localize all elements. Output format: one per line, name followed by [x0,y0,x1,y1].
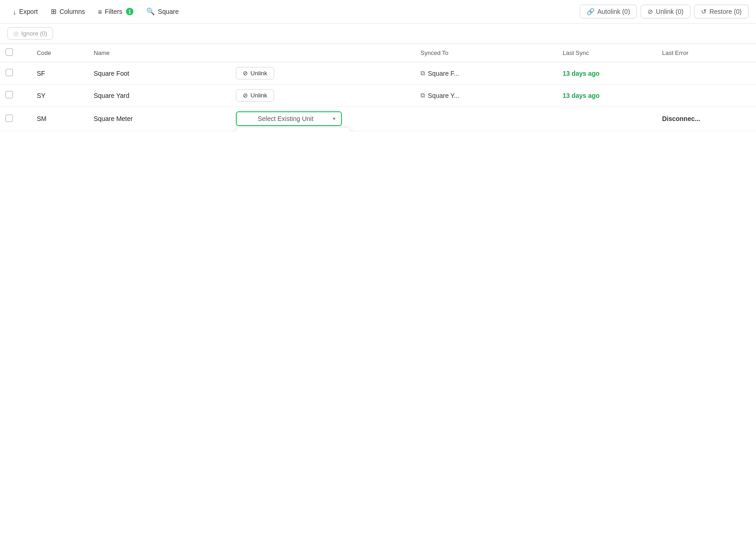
table-row: SF Square Foot ⊘ Unlink ⧉ Square F... [0,62,756,85]
row-checkbox[interactable] [6,91,13,98]
ignore-label: Ignore (0) [21,30,47,37]
autolink-icon: 🔗 [587,8,594,15]
header-code: Code [31,44,88,62]
filters-button[interactable]: ≡ Filters 1 [92,5,139,18]
row-name: Square Meter [88,107,230,131]
toolbar-right: 🔗 Autolink (0) ⊘ Unlink (0) ↺ Restore (0… [580,5,749,18]
row-checkbox-cell [0,107,31,131]
unlink-row-icon: ⊘ [243,70,248,77]
row-code: SY [31,85,88,107]
row-action: ⊘ Unlink [230,85,415,107]
autolink-label: Autolink (0) [597,8,630,15]
row-synced-to [415,107,557,131]
export-label: Export [19,8,38,15]
main-table: Code Name Synced To Last Sync Last Error [0,44,756,131]
unlink-icon: ⊘ [648,8,653,15]
select-trigger-text: Select Existing Unit [242,115,329,122]
restore-icon: ↺ [701,8,707,15]
row-last-sync [557,107,657,131]
row-last-sync: 13 days ago [557,62,657,85]
chevron-down-icon: ▾ [333,115,336,122]
row-checkbox-cell [0,62,31,85]
header-checkbox[interactable] [6,48,13,56]
header-last-sync: Last Sync [557,44,657,62]
square-button[interactable]: 🔍 Square [141,5,184,18]
table-row: SY Square Yard ⊘ Unlink ⧉ Square Y... [0,85,756,107]
row-name: Square Foot [88,62,230,85]
unlink-row-label: Unlink [251,70,267,77]
restore-label: Restore (0) [709,8,742,15]
table-wrapper: Code Name Synced To Last Sync Last Error [0,44,756,131]
row-last-error [656,85,756,107]
unlink-label: Unlink (0) [656,8,684,15]
row-last-sync: 13 days ago [557,85,657,107]
row-checkbox[interactable] [6,115,13,122]
header-synced-to: Synced To [415,44,557,62]
select-existing-unit-trigger[interactable]: Select Existing Unit ▾ [236,111,342,126]
unlink-row-label: Unlink [251,92,267,99]
filters-badge: 1 [126,8,133,15]
toolbar: ↓ Export ⊞ Columns ≡ Filters 1 🔍 Square … [0,0,756,24]
search-icon: 🔍 [146,7,155,16]
row-action: ⊘ Unlink [230,62,415,85]
dropdown-item[interactable]: Cubic Meter [236,127,350,131]
table-row: SM Square Meter Select Existing Unit ▾ C… [0,107,756,131]
columns-button[interactable]: ⊞ Columns [45,5,90,18]
ignore-button[interactable]: ◎ Ignore (0) [7,27,53,40]
dropdown-menu: Cubic MeterDayHour (id: hours)Hour (id: … [236,127,350,131]
filters-label: Filters [105,8,122,15]
export-button[interactable]: ↓ Export [7,5,43,18]
select-existing-unit-container: Select Existing Unit ▾ Cubic MeterDayHou… [236,111,409,126]
autolink-button[interactable]: 🔗 Autolink (0) [580,5,637,18]
unlink-button[interactable]: ⊘ Unlink (0) [641,5,690,18]
row-action-select: Select Existing Unit ▾ Cubic MeterDayHou… [230,107,415,131]
external-link-icon: ⧉ [420,69,425,77]
row-last-error: Disconnec... [656,107,756,131]
row-code: SM [31,107,88,131]
row-checkbox-cell [0,85,31,107]
unlink-row-button[interactable]: ⊘ Unlink [236,67,274,79]
external-link-icon: ⧉ [420,91,425,99]
row-synced-to: ⧉ Square F... [415,62,557,85]
columns-label: Columns [60,8,85,15]
header-checkbox-cell [0,44,31,62]
restore-button[interactable]: ↺ Restore (0) [694,5,749,18]
unlink-row-icon: ⊘ [243,92,248,99]
ignore-icon: ◎ [13,30,18,37]
row-last-error [656,62,756,85]
toolbar-left: ↓ Export ⊞ Columns ≡ Filters 1 🔍 Square [7,5,576,18]
filters-icon: ≡ [98,8,102,16]
header-action [230,44,415,62]
square-label: Square [158,8,179,15]
row-synced-to: ⧉ Square Y... [415,85,557,107]
row-checkbox[interactable] [6,69,13,76]
export-icon: ↓ [13,8,17,16]
row-code: SF [31,62,88,85]
header-name: Name [88,44,230,62]
columns-icon: ⊞ [51,7,57,16]
header-last-error: Last Error [656,44,756,62]
unlink-row-button[interactable]: ⊘ Unlink [236,89,274,102]
table-header-row: Code Name Synced To Last Sync Last Error [0,44,756,62]
row-name: Square Yard [88,85,230,107]
sub-toolbar: ◎ Ignore (0) [0,24,756,44]
